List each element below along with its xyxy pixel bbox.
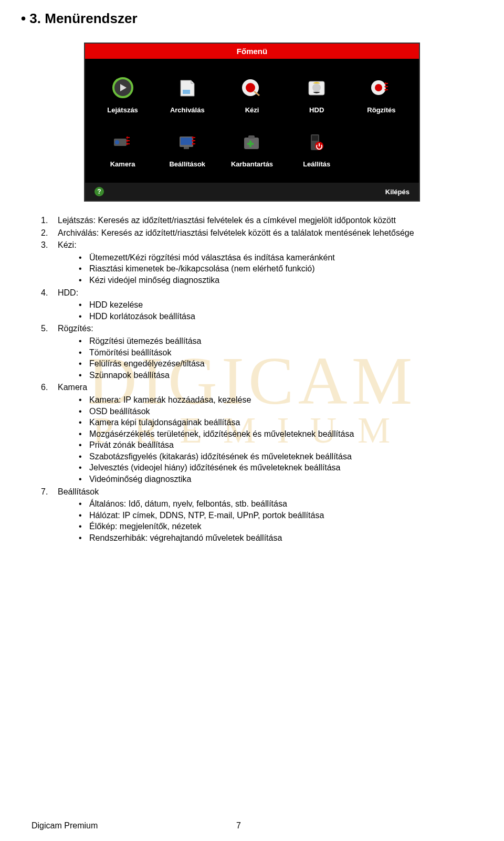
section-title: 3. Menürendszer bbox=[21, 10, 472, 27]
sub-list-item: Videóminőség diagnosztika bbox=[58, 474, 472, 485]
menu-item-karbantartas[interactable]: Karbantartás bbox=[219, 123, 284, 177]
camera-icon bbox=[108, 129, 137, 155]
sub-list: Kamera: IP kamerák hozzáadása, kezeléseO… bbox=[58, 394, 472, 485]
sub-list-item: Rendszerhibák: végrehajtandó műveletek b… bbox=[58, 532, 472, 544]
menu-label: Leállítás bbox=[287, 160, 346, 168]
menu-item-kamera[interactable]: Kamera bbox=[90, 123, 155, 177]
menu-grid: Lejátszás Archiválás bbox=[85, 59, 419, 183]
menu-titlebar: Főmenü bbox=[85, 44, 419, 59]
menu-label: Rögzítés bbox=[352, 106, 411, 114]
sub-list-item: Jelvesztés (videojel hiány) időzítésének… bbox=[58, 462, 472, 474]
manual-icon bbox=[237, 75, 266, 101]
sub-list-item: Felülírás engedélyezése/tiltása bbox=[58, 358, 472, 370]
svg-rect-15 bbox=[248, 135, 255, 139]
list-item-title: Kézi: bbox=[58, 240, 77, 249]
sub-list-item: Hálózat: IP címek, DDNS, NTP, E-mail, UP… bbox=[58, 510, 472, 521]
list-item-body: Keresés az időzített/riasztási felvétele… bbox=[101, 228, 414, 237]
menu-item-leallitas[interactable]: Leállítás bbox=[285, 123, 349, 177]
list-item-title: Beállítások bbox=[58, 487, 99, 496]
svg-rect-2 bbox=[183, 90, 190, 94]
page-number: 7 bbox=[236, 821, 241, 831]
list-item-title: Kamera bbox=[58, 383, 87, 392]
sub-list: HDD kezeléseHDD korlátozások beállítása bbox=[58, 299, 472, 322]
menu-item-hdd[interactable]: HDD bbox=[285, 69, 349, 123]
numbered-list: Lejátszás: Keresés az időzített/riasztás… bbox=[32, 215, 472, 544]
sub-list: Rögzítési ütemezés beállításaTömörítési … bbox=[58, 335, 472, 381]
sub-list-item: Privát zónák beállítása bbox=[58, 439, 472, 451]
record-icon bbox=[367, 75, 396, 101]
main-menu-screenshot: Főmenü Lejátszás bbox=[84, 43, 420, 202]
sub-list-item: Általános: Idő, dátum, nyelv, felbontás,… bbox=[58, 498, 472, 510]
archive-icon bbox=[173, 75, 202, 101]
list-item: Lejátszás: Keresés az időzített/riasztás… bbox=[32, 215, 472, 226]
svg-point-4 bbox=[246, 83, 255, 92]
sub-list-item: Kamera: IP kamerák hozzáadása, kezelése bbox=[58, 394, 472, 406]
list-item: Archiválás: Keresés az időzített/riasztá… bbox=[32, 227, 472, 239]
sub-list-item: Tömörítési beállítások bbox=[58, 347, 472, 359]
sub-list-item: Ütemezett/Kézi rögzítési mód választása … bbox=[58, 252, 472, 264]
svg-point-8 bbox=[375, 84, 382, 91]
svg-point-10 bbox=[115, 140, 119, 144]
list-item-title: Rögzítés: bbox=[58, 324, 93, 333]
footer-left: Digicam Premium bbox=[32, 821, 98, 830]
menu-label: Beállítások bbox=[158, 160, 217, 168]
svg-rect-21 bbox=[319, 143, 320, 146]
menu-label: Kézi bbox=[222, 106, 281, 114]
list-item-body: Keresés az időzített/riasztási felvétele… bbox=[98, 216, 396, 225]
play-icon bbox=[108, 75, 137, 101]
list-item: KameraKamera: IP kamerák hozzáadása, kez… bbox=[32, 382, 472, 485]
svg-rect-13 bbox=[184, 147, 189, 149]
sub-list-item: Szünnapok beállítása bbox=[58, 370, 472, 381]
sub-list: Ütemezett/Kézi rögzítési mód választása … bbox=[58, 252, 472, 286]
exit-button[interactable]: Kilépés bbox=[385, 188, 410, 196]
menu-item-beallitasok[interactable]: Beállítások bbox=[155, 123, 219, 177]
sub-list-item: Élőkép: megjelenítők, nézetek bbox=[58, 521, 472, 532]
menu-label: Karbantartás bbox=[222, 160, 281, 168]
page-footer: Digicam Premium 7 bbox=[32, 821, 472, 831]
sub-list-item: HDD kezelése bbox=[58, 299, 472, 311]
maintenance-icon bbox=[237, 129, 266, 155]
list-item: Rögzítés:Rögzítési ütemezés beállításaTö… bbox=[32, 323, 472, 381]
menu-label: Lejátszás bbox=[93, 106, 152, 114]
list-item: Kézi:Ütemezett/Kézi rögzítési mód válasz… bbox=[32, 239, 472, 286]
menu-footer: ? Kilépés bbox=[85, 183, 419, 201]
settings-icon bbox=[173, 129, 202, 155]
list-item: HDD:HDD kezeléseHDD korlátozások beállít… bbox=[32, 287, 472, 322]
menu-item-kezi[interactable]: Kézi bbox=[219, 69, 284, 123]
sub-list: Általános: Idő, dátum, nyelv, felbontás,… bbox=[58, 498, 472, 543]
hdd-icon bbox=[302, 75, 331, 101]
sub-list-item: Rögzítési ütemezés beállítása bbox=[58, 335, 472, 347]
sub-list-item: Mozgásérzékelés területének, időzítéséne… bbox=[58, 428, 472, 440]
sub-list-item: Riasztási kimenetek be-/kikapcsolása (ne… bbox=[58, 263, 472, 275]
menu-item-rogzites[interactable]: Rögzítés bbox=[349, 69, 414, 123]
menu-label: Kamera bbox=[93, 160, 152, 168]
sub-list-item: HDD korlátozások beállítása bbox=[58, 311, 472, 322]
help-icon[interactable]: ? bbox=[94, 187, 104, 196]
shutdown-icon bbox=[302, 129, 331, 155]
sub-list-item: OSD beállítások bbox=[58, 406, 472, 417]
menu-label: HDD bbox=[287, 106, 346, 114]
list-item-title: Lejátszás: bbox=[58, 216, 96, 225]
svg-rect-12 bbox=[181, 138, 192, 145]
svg-rect-17 bbox=[247, 143, 254, 145]
list-item-title: HDD: bbox=[58, 288, 78, 297]
sub-list-item: Szabotázsfigyelés (kitakarás) időzítésén… bbox=[58, 451, 472, 462]
svg-point-6 bbox=[312, 83, 321, 92]
list-item: BeállításokÁltalános: Idő, dátum, nyelv,… bbox=[32, 486, 472, 544]
menu-item-archivalas[interactable]: Archiválás bbox=[155, 69, 219, 123]
menu-label: Archiválás bbox=[158, 106, 217, 114]
sub-list-item: Kamera képi tulajdonságainak beállítása bbox=[58, 417, 472, 428]
menu-item-lejatszas[interactable]: Lejátszás bbox=[90, 69, 155, 123]
list-item-title: Archiválás: bbox=[58, 228, 99, 237]
sub-list-item: Kézi videójel minőség diagnosztika bbox=[58, 275, 472, 286]
svg-rect-19 bbox=[312, 135, 318, 141]
